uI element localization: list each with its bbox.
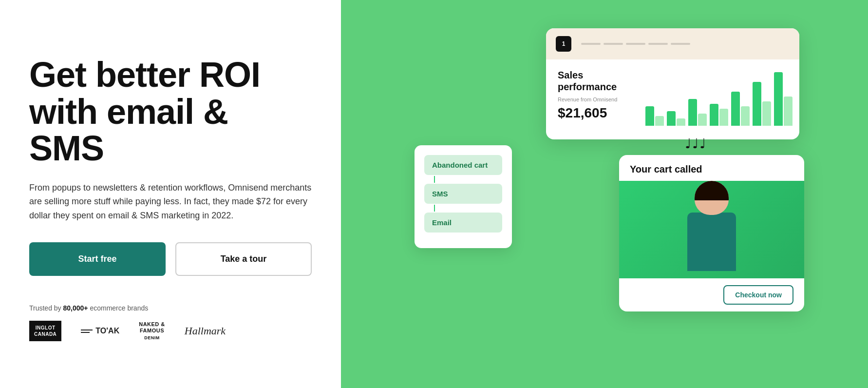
person-illustration xyxy=(673,181,751,278)
page-wrapper: Get better ROI with email & SMS From pop… xyxy=(0,0,868,388)
bar-group xyxy=(731,92,750,126)
omnisend-logo: 1 xyxy=(556,36,571,52)
workflow-item: Abandoned cart xyxy=(424,155,502,175)
header-nav-dots xyxy=(581,43,690,45)
bar-light xyxy=(741,106,750,126)
cart-notification-card: Your cart called Checkout now xyxy=(619,155,804,311)
sales-amount: $21,605 xyxy=(558,105,636,121)
hero-title: Get better ROI with email & SMS xyxy=(29,57,312,167)
cart-card-title: Your cart called xyxy=(619,155,804,181)
workflow-card: Abandoned cartSMSEmail xyxy=(415,145,512,248)
ui-cards-container: 1 Sales performance Revenue from Omnisen… xyxy=(405,19,804,369)
person-body xyxy=(687,213,736,271)
bar-group xyxy=(645,106,664,126)
sales-bar-chart xyxy=(645,69,793,128)
bar-dark xyxy=(688,99,697,126)
bar-light xyxy=(698,114,707,126)
sales-info: Sales performance Revenue from Omnisend … xyxy=(558,69,636,128)
brand-toak-label: TO'AK xyxy=(95,327,119,335)
workflow-item: Email xyxy=(424,213,502,233)
sales-card-body: Sales performance Revenue from Omnisend … xyxy=(546,59,799,139)
start-free-button[interactable]: Start free xyxy=(29,242,166,276)
cart-card-footer: Checkout now xyxy=(619,278,804,311)
workflow-connector xyxy=(434,205,435,212)
checkout-button[interactable]: Checkout now xyxy=(723,285,793,305)
right-section: 1 Sales performance Revenue from Omnisen… xyxy=(341,0,868,388)
trust-text: Trusted by 80,000+ ecommerce brands xyxy=(29,304,312,312)
cta-buttons: Start free Take a tour xyxy=(29,242,312,276)
brand-hallmark: Hallmark xyxy=(185,325,226,337)
sales-performance-card: 1 Sales performance Revenue from Omnisen… xyxy=(546,28,799,139)
take-tour-button[interactable]: Take a tour xyxy=(175,242,312,276)
hero-description: From popups to newsletters & retention w… xyxy=(29,181,312,223)
music-notes-decoration: ♩♩♩ xyxy=(685,136,707,152)
bar-light xyxy=(784,97,793,126)
person-hair xyxy=(695,181,729,200)
brand-hallmark-label: Hallmark xyxy=(185,325,226,337)
bar-light xyxy=(762,101,771,126)
sales-card-header: 1 xyxy=(546,28,799,59)
bar-group xyxy=(753,82,771,126)
bar-dark xyxy=(774,72,783,126)
left-section: Get better ROI with email & SMS From pop… xyxy=(0,0,341,388)
brand-inglot: INGLOT CANADA xyxy=(29,321,61,341)
brands-row: INGLOT CANADA TO'AK NAKED & FA xyxy=(29,321,312,341)
trust-text-after: ecommerce brands xyxy=(88,304,149,312)
bar-group xyxy=(774,72,793,126)
sales-sublabel: Revenue from Omnisend xyxy=(558,97,636,102)
cart-card-image xyxy=(619,181,804,278)
bar-light xyxy=(655,116,664,126)
bar-dark xyxy=(710,104,718,126)
bar-group xyxy=(688,99,707,126)
bar-light xyxy=(719,109,728,126)
sales-title: Sales performance xyxy=(558,69,636,93)
brand-toak: TO'AK xyxy=(81,327,119,335)
trust-text-before: Trusted by xyxy=(29,304,63,312)
workflow-connector xyxy=(434,176,435,183)
bar-group xyxy=(710,104,728,126)
bar-dark xyxy=(645,106,654,126)
trust-highlight: 80,000+ xyxy=(63,304,88,312)
bar-dark xyxy=(753,82,761,126)
bar-dark xyxy=(667,111,676,126)
bar-group xyxy=(667,111,685,126)
bar-dark xyxy=(731,92,740,126)
person-head xyxy=(695,181,729,215)
workflow-item: SMS xyxy=(424,184,502,204)
brand-naked: NAKED & FAMOUS DENIM xyxy=(139,321,165,341)
trust-section: Trusted by 80,000+ ecommerce brands INGL… xyxy=(29,304,312,341)
bar-light xyxy=(677,118,685,126)
